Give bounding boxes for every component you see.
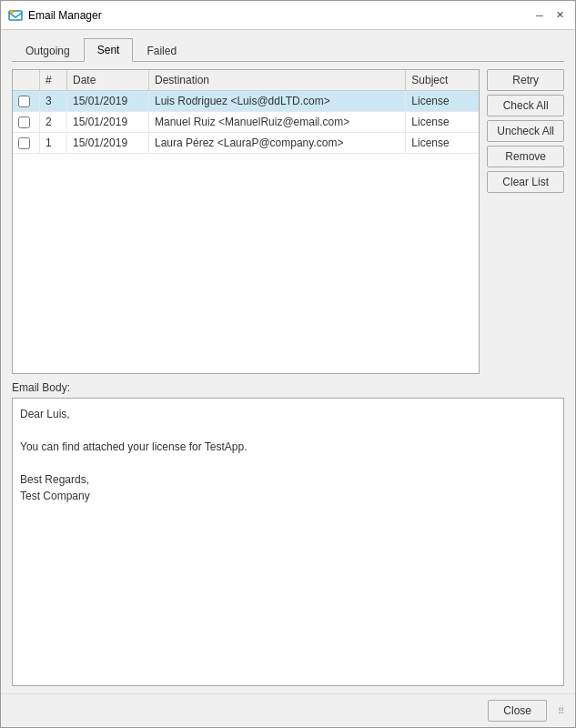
row-checkbox[interactable] <box>18 116 30 128</box>
remove-button[interactable]: Remove <box>487 146 564 167</box>
row-num: 3 <box>40 91 67 111</box>
row-destination: Luis Rodriguez <Luis@ddLTD.com> <box>149 91 406 111</box>
close-dialog-button[interactable]: Close <box>488 700 547 722</box>
main-area: # Date Destination Subject 3 15/01/2019 … <box>12 69 564 374</box>
email-body-content: Dear Luis, You can find attached your li… <box>12 398 564 686</box>
row-destination: Manuel Ruiz <ManuelRuiz@email.com> <box>149 112 406 132</box>
close-button[interactable]: ✕ <box>551 7 568 24</box>
uncheck-all-button[interactable]: Uncheck All <box>487 120 564 142</box>
main-window: ! Email Manager ─ ✕ Outgoing Sent Failed… <box>0 0 576 728</box>
clear-list-button[interactable]: Clear List <box>487 171 564 193</box>
table-header: # Date Destination Subject <box>13 70 479 91</box>
tab-sent[interactable]: Sent <box>84 38 134 62</box>
col-destination: Destination <box>149 70 406 90</box>
tab-bar: Outgoing Sent Failed <box>12 37 564 62</box>
side-buttons: Retry Check All Uncheck All Remove Clear… <box>487 69 564 374</box>
resize-icon: ⠿ <box>558 706 564 716</box>
col-subject: Subject <box>406 70 479 90</box>
row-date: 15/01/2019 <box>67 91 149 111</box>
row-checkbox-cell[interactable] <box>13 112 40 132</box>
row-subject: License <box>406 133 479 153</box>
row-checkbox-cell[interactable] <box>13 91 40 111</box>
table-row[interactable]: 1 15/01/2019 Laura Pérez <LauraP@company… <box>13 133 479 154</box>
row-checkbox-cell[interactable] <box>13 133 40 153</box>
email-body-label: Email Body: <box>12 381 564 394</box>
title-bar: ! Email Manager ─ ✕ <box>1 1 575 30</box>
row-num: 2 <box>40 112 67 132</box>
row-destination: Laura Pérez <LauraP@company.com> <box>149 133 406 153</box>
bottom-bar: Close ⠿ <box>1 693 575 727</box>
retry-button[interactable]: Retry <box>487 69 564 91</box>
row-subject: License <box>406 91 479 111</box>
email-table-panel: # Date Destination Subject 3 15/01/2019 … <box>12 69 480 374</box>
table-row[interactable]: 3 15/01/2019 Luis Rodriguez <Luis@ddLTD.… <box>13 91 479 112</box>
tab-outgoing[interactable]: Outgoing <box>12 38 84 62</box>
title-bar-controls: ─ ✕ <box>531 7 568 24</box>
row-checkbox[interactable] <box>18 137 30 149</box>
email-body-section: Email Body: Dear Luis, You can find atta… <box>12 381 564 686</box>
col-checkbox <box>13 70 40 90</box>
tab-failed[interactable]: Failed <box>133 38 190 62</box>
row-date: 15/01/2019 <box>67 133 149 153</box>
row-num: 1 <box>40 133 67 153</box>
table-body: 3 15/01/2019 Luis Rodriguez <Luis@ddLTD.… <box>13 91 479 373</box>
row-checkbox[interactable] <box>18 96 30 107</box>
window-title: Email Manager <box>28 9 531 22</box>
app-icon: ! <box>8 8 23 23</box>
table-row[interactable]: 2 15/01/2019 Manuel Ruiz <ManuelRuiz@ema… <box>13 112 479 133</box>
row-subject: License <box>406 112 479 132</box>
minimize-button[interactable]: ─ <box>531 7 548 24</box>
col-num: # <box>40 70 67 90</box>
row-date: 15/01/2019 <box>67 112 149 132</box>
window-content: Outgoing Sent Failed # Date Destination … <box>1 30 575 693</box>
col-date: Date <box>67 70 149 90</box>
check-all-button[interactable]: Check All <box>487 95 564 116</box>
